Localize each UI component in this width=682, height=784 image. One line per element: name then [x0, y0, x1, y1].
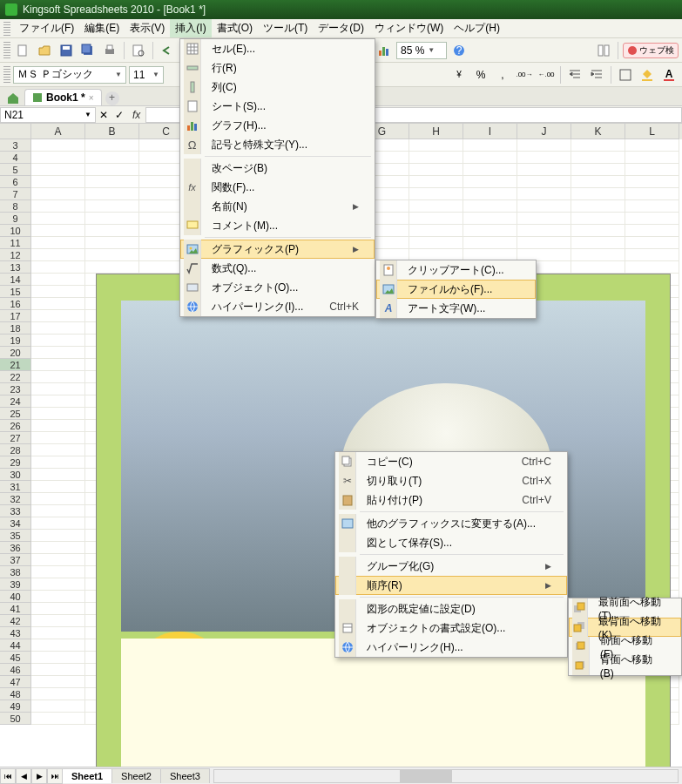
col-header[interactable]: L	[625, 124, 679, 139]
font-color-button[interactable]: A	[659, 65, 679, 84]
context-item[interactable]: 貼り付け(P)Ctrl+V	[335, 490, 567, 510]
menu-挿入(I)[interactable]: 挿入(I)	[170, 19, 211, 37]
fx-icon[interactable]: fx	[127, 109, 145, 121]
zoom-combo[interactable]: 85 %▼	[396, 42, 447, 59]
chart-button[interactable]	[375, 41, 394, 60]
row-header[interactable]: 42	[0, 615, 31, 627]
home-icon[interactable]	[5, 91, 21, 105]
row-header[interactable]: 33	[0, 505, 31, 517]
row-header[interactable]: 4	[0, 152, 31, 164]
insert-item[interactable]: 数式(Q)...	[180, 259, 375, 278]
row-header[interactable]: 28	[0, 444, 31, 456]
row-header[interactable]: 43	[0, 627, 31, 639]
row-header[interactable]: 26	[0, 420, 31, 432]
context-item[interactable]: グループ化(G)▶	[335, 557, 567, 576]
row-header[interactable]: 45	[0, 652, 31, 664]
insert-item[interactable]: 行(R)	[180, 58, 375, 78]
row-header[interactable]: 19	[0, 335, 31, 347]
row-header[interactable]: 47	[0, 676, 31, 688]
insert-item[interactable]: オブジェクト(O)...	[180, 278, 375, 297]
row-header[interactable]: 5	[0, 164, 31, 176]
row-header[interactable]: 36	[0, 542, 31, 554]
row-header[interactable]: 22	[0, 371, 31, 383]
row-header[interactable]: 48	[0, 688, 31, 700]
col-header[interactable]: A	[31, 124, 85, 139]
context-item[interactable]: 図形の既定値に設定(D)	[335, 599, 567, 618]
col-header[interactable]: I	[463, 124, 517, 139]
open-button[interactable]	[35, 41, 54, 60]
row-header[interactable]: 3	[0, 139, 31, 152]
insert-item[interactable]: セル(E)...	[180, 39, 375, 58]
context-item[interactable]: 図として保存(S)...	[335, 533, 567, 552]
row-header[interactable]: 20	[0, 347, 31, 359]
row-header[interactable]: 24	[0, 395, 31, 408]
col-header[interactable]: B	[85, 124, 139, 139]
horizontal-scrollbar[interactable]	[213, 769, 679, 783]
row-header[interactable]: 35	[0, 530, 31, 542]
menu-ヘルプ(H)[interactable]: ヘルプ(H)	[449, 19, 505, 37]
percent-button[interactable]: %	[471, 65, 490, 84]
cancel-fx-button[interactable]: ✕	[96, 105, 111, 125]
row-header[interactable]: 14	[0, 274, 31, 286]
sheet-tab[interactable]: Sheet1	[62, 768, 112, 783]
row-header[interactable]: 29	[0, 456, 31, 469]
row-header[interactable]: 23	[0, 383, 31, 395]
row-header[interactable]: 41	[0, 603, 31, 615]
graphics-item[interactable]: Aアート文字(W)...	[376, 299, 536, 318]
row-header[interactable]: 27	[0, 432, 31, 444]
size-combo[interactable]: 11▼	[129, 66, 164, 84]
menu-ウィンドウ(W)[interactable]: ウィンドウ(W)	[369, 19, 449, 37]
context-item[interactable]: オブジェクトの書式設定(O)...	[335, 618, 567, 638]
row-header[interactable]: 38	[0, 566, 31, 578]
context-item[interactable]: 順序(R)▶	[335, 576, 567, 595]
context-item[interactable]: コピー(C)Ctrl+C	[335, 452, 567, 471]
row-header[interactable]: 6	[0, 176, 31, 188]
increase-indent-button[interactable]	[587, 65, 606, 84]
sheet-nav-button[interactable]: ◀	[16, 768, 31, 784]
row-header[interactable]: 40	[0, 591, 31, 603]
row-header[interactable]: 44	[0, 639, 31, 652]
menu-ファイル(F)[interactable]: ファイル(F)	[14, 19, 79, 37]
print-button[interactable]	[100, 41, 119, 60]
decrease-decimal-button[interactable]: ←.00	[537, 65, 556, 84]
insert-item[interactable]: 名前(N)▶	[180, 197, 375, 216]
undo-button[interactable]	[158, 41, 177, 60]
row-header[interactable]: 9	[0, 213, 31, 225]
add-tab-button[interactable]: +	[105, 91, 119, 105]
row-header[interactable]: 11	[0, 237, 31, 249]
menu-編集(E)[interactable]: 編集(E)	[79, 19, 125, 37]
row-header[interactable]: 39	[0, 578, 31, 591]
name-box[interactable]: N21▼	[0, 107, 96, 123]
print-preview-button[interactable]	[129, 41, 148, 60]
insert-item[interactable]: fx関数(F)...	[180, 178, 375, 197]
layout-button[interactable]	[594, 41, 613, 60]
decrease-indent-button[interactable]	[565, 65, 584, 84]
row-header[interactable]: 46	[0, 664, 31, 676]
row-header[interactable]: 30	[0, 469, 31, 481]
menu-書式(O)[interactable]: 書式(O)	[212, 19, 258, 37]
insert-item[interactable]: 改ページ(B)	[180, 159, 375, 178]
borders-button[interactable]	[616, 65, 635, 84]
new-button[interactable]	[13, 41, 32, 60]
insert-item[interactable]: ハイパーリンク(I)...Ctrl+K	[180, 297, 375, 316]
col-header[interactable]: K	[571, 124, 625, 139]
currency-button[interactable]: ¥	[449, 65, 469, 84]
row-header[interactable]: 34	[0, 517, 31, 530]
menu-データ(D)[interactable]: データ(D)	[313, 19, 369, 37]
row-header[interactable]: 7	[0, 188, 31, 200]
insert-item[interactable]: グラフ(H)...	[180, 116, 375, 135]
insert-item[interactable]: グラフィックス(P)▶	[180, 240, 375, 259]
row-header[interactable]: 32	[0, 493, 31, 505]
row-header[interactable]: 12	[0, 249, 31, 261]
menu-表示(V)[interactable]: 表示(V)	[125, 19, 170, 37]
context-item[interactable]: ハイパーリンク(H)...	[335, 638, 567, 657]
row-header[interactable]: 13	[0, 261, 31, 274]
col-header[interactable]: H	[409, 124, 463, 139]
menu-ツール(T)[interactable]: ツール(T)	[258, 19, 313, 37]
row-header[interactable]: 8	[0, 200, 31, 213]
select-all-corner[interactable]	[0, 124, 31, 139]
saveall-button[interactable]	[78, 41, 98, 60]
row-header[interactable]: 50	[0, 713, 31, 725]
context-item[interactable]: ✂切り取り(T)Ctrl+X	[335, 471, 567, 490]
save-button[interactable]	[57, 41, 76, 60]
